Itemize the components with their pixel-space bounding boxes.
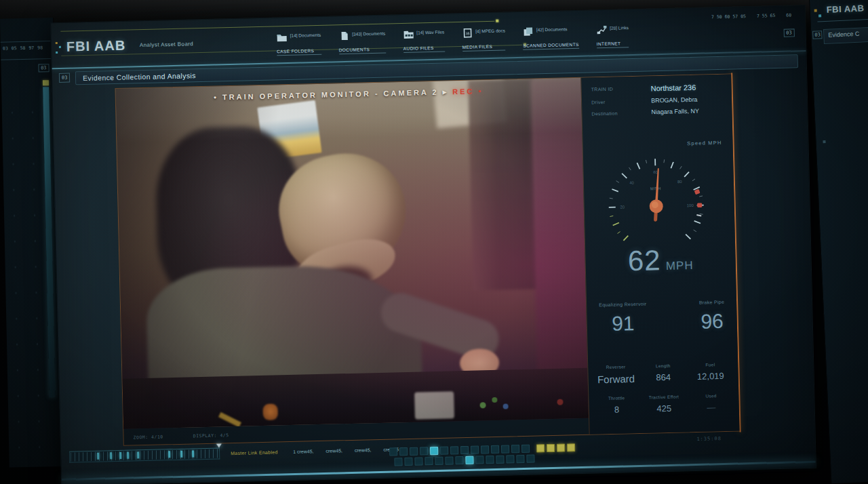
- pressure-label: Brake Pipe: [699, 300, 724, 305]
- indicator-key[interactable]: [414, 457, 422, 465]
- field-label: Destination: [591, 108, 651, 117]
- section-header-bar: Evidence C: [823, 27, 868, 44]
- screen-id-badge: 03: [38, 64, 50, 72]
- toolbar-tab-media-files[interactable]: 35[4] MPEG docsMEDIA FILES: [462, 27, 506, 51]
- status-dot: [814, 9, 817, 12]
- stat-value: 425: [640, 403, 688, 414]
- indicator-key[interactable]: [567, 443, 575, 451]
- tab-count: [28] Links: [610, 25, 629, 31]
- indicator-key[interactable]: [435, 457, 443, 465]
- app-title: FBI AAB: [66, 38, 126, 55]
- clapper-icon: 35: [462, 28, 473, 38]
- stat-label: Fuel: [687, 362, 734, 368]
- indicator-key[interactable]: [475, 456, 484, 464]
- readout-number: 05: [12, 45, 17, 51]
- field-label: Driver: [591, 97, 651, 105]
- indicator-key[interactable]: [506, 455, 514, 463]
- readout-number: 03: [3, 45, 8, 51]
- scrubber-mark: [127, 452, 129, 459]
- indicator-key[interactable]: [394, 458, 402, 466]
- indicator-key[interactable]: [445, 456, 453, 464]
- indicator-key[interactable]: [389, 447, 397, 456]
- toolbar-tab-scanned-documents[interactable]: [42] DocumentsSCANNED DOCUMENTS: [523, 26, 579, 50]
- timecode: 1:35:08: [696, 436, 722, 442]
- analyst-workstation-scene: 0305589798 03 FBI AAB Analyst Asset Boar…: [0, 0, 868, 484]
- indicator-key[interactable]: [501, 445, 509, 453]
- telemetry-field: TRAIN IDNorthstar 236: [591, 83, 726, 94]
- speed-unit: MPH: [666, 259, 694, 273]
- folder-media-icon: [403, 30, 414, 39]
- indicator-key[interactable]: [404, 458, 412, 466]
- readout-number: 98: [37, 45, 43, 50]
- tab-count: [42] Documents: [536, 26, 568, 32]
- stat-fuel: Fuel12,019: [687, 362, 734, 384]
- screen-id-badge: 03: [812, 31, 823, 39]
- indicator-key[interactable]: [511, 445, 519, 453]
- field-value: Northstar 236: [650, 83, 696, 93]
- status-dot: [56, 42, 58, 44]
- status-dot: [56, 52, 58, 54]
- crew-item: crew45,: [355, 447, 372, 453]
- zoom-readout: ZOOM: 4/10: [133, 434, 163, 440]
- timeline-scrubber[interactable]: [69, 448, 220, 463]
- scrubber-mark: [168, 451, 170, 458]
- tab-label: MEDIA FILES: [462, 43, 506, 51]
- stat-value: 864: [639, 371, 687, 383]
- indicator-key[interactable]: [481, 445, 489, 453]
- camera-feed: • TRAIN OPERATOR MONITOR - CAMERA 2 ▸ RE…: [115, 78, 589, 429]
- file-icon: [338, 31, 349, 41]
- stat-label: Used: [688, 393, 735, 399]
- stat-throttle: Throttle8: [593, 395, 640, 416]
- stat-label: Reverser: [592, 364, 639, 370]
- indicator-key[interactable]: [440, 447, 448, 455]
- pressure-value: 91: [599, 312, 647, 336]
- toolbar-tab-internet[interactable]: [28] LinksINTERNET: [596, 24, 629, 48]
- indicator-key[interactable]: [521, 445, 530, 453]
- telemetry-panel: TRAIN IDNorthstar 236DriverBROGAN, Debra…: [580, 75, 739, 435]
- stat-tractive-effort: Tractive Effort425: [640, 394, 688, 414]
- indicator-key[interactable]: [496, 456, 504, 464]
- indicator-key[interactable]: [450, 446, 458, 454]
- indicator-key[interactable]: [516, 455, 524, 463]
- crew-item: 1 crew45,: [293, 449, 314, 454]
- indicator-key[interactable]: [399, 447, 408, 456]
- indicator-key[interactable]: [486, 456, 494, 464]
- tab-label: SCANNED DOCUMENTS: [523, 42, 578, 50]
- stat-reverser: ReverserForward: [592, 364, 639, 386]
- indicator-key[interactable]: [491, 445, 499, 453]
- title-bullet: •: [214, 93, 218, 101]
- tab-label: INTERNET: [597, 41, 629, 48]
- indicator-key[interactable]: [425, 457, 433, 465]
- stat-used: Used—: [688, 393, 735, 414]
- copy-icon: [523, 26, 534, 36]
- indicator-key[interactable]: [430, 447, 438, 455]
- indicator-key[interactable]: [557, 444, 565, 452]
- tab-count: [14] Documents: [290, 33, 321, 38]
- indicator-key[interactable]: [471, 446, 479, 454]
- tab-count: [14] Wav Files: [416, 30, 444, 35]
- speed-digital-readout: 62MPH: [585, 243, 736, 279]
- scroll-cap-indicator: [43, 80, 49, 85]
- indicator-key[interactable]: [420, 447, 428, 455]
- pressure-label: Equalizing Reservoir: [599, 302, 646, 308]
- toolbar-tab-audio-files[interactable]: [14] Wav FilesAUDIO FILES: [403, 29, 445, 53]
- toolbar-tab-documents[interactable]: [343] DocumentsDOCUMENTS: [338, 31, 386, 55]
- field-label: TRAIN ID: [591, 84, 651, 94]
- indicator-key[interactable]: [410, 447, 418, 456]
- indicator-key[interactable]: [536, 444, 545, 452]
- indicator-key[interactable]: [526, 455, 534, 463]
- indicator-key[interactable]: [465, 456, 473, 464]
- stat-label: Tractive Effort: [640, 394, 688, 400]
- playhead-marker[interactable]: [216, 443, 222, 447]
- indicator-key[interactable]: [547, 444, 555, 452]
- telemetry-field: DriverBROGAN, Debra: [591, 96, 726, 106]
- svg-text:35: 35: [465, 31, 469, 35]
- stat-label: Throttle: [593, 395, 640, 401]
- stat-length: Length864: [639, 363, 687, 384]
- scrubber-mark: [119, 452, 121, 459]
- indicator-key[interactable]: [460, 446, 469, 454]
- pressure-readout: Equalizing Reservoir91: [599, 302, 647, 336]
- indicator-key[interactable]: [455, 456, 463, 464]
- toolbar-tab-case-folders[interactable]: [14] DocumentsCASE FOLDERS: [277, 32, 321, 56]
- stat-value: Forward: [593, 373, 640, 386]
